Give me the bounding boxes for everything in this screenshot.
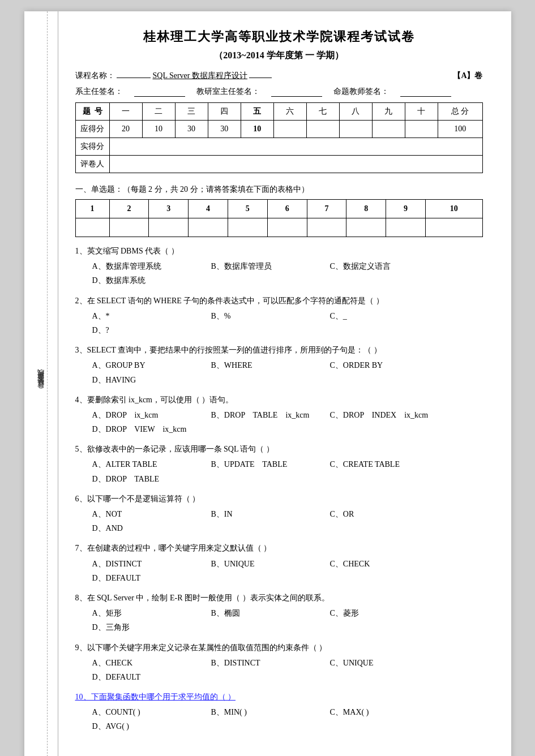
course-label: 课程名称： SQL Server 数据库程序设计 (75, 71, 272, 81)
q5-option-a: A、ALTER TABLE (92, 457, 194, 471)
should-score-10 (405, 121, 438, 138)
question-8-options: A、矩形 B、椭圆 C、菱形 D、三角形 (75, 606, 483, 634)
q8-option-c: C、菱形 (330, 606, 432, 620)
dept-head-label: 系主任签名： (75, 87, 123, 97)
question-7-text: 7、在创建表的过程中，哪个关键字用来定义默认值（ ） (75, 541, 483, 555)
question-9-text: 9、以下哪个关键字用来定义记录在某属性的值取值范围的约束条件（ ） (75, 641, 483, 655)
q10-option-d: D、AVG( ) (92, 719, 194, 733)
binding-text: 装订线（答案不能超出此线） (36, 379, 46, 394)
question-10-options: A、COUNT( ) B、MIN( ) C、MAX( ) D、AVG( ) (75, 705, 483, 733)
answer-header-5: 5 (228, 200, 267, 218)
q3-option-a: A、GROUP BY (92, 358, 194, 372)
score-header-8: 八 (339, 103, 372, 121)
q2-option-a: A、* (92, 309, 194, 323)
answer-header-9: 9 (386, 200, 426, 218)
q1-option-d: D、数据库系统 (92, 273, 194, 287)
score-header-label: 题 号 (75, 103, 109, 121)
actual-score-label: 实得分 (75, 138, 109, 156)
main-content: 桂林理工大学高等职业技术学院课程考试试卷 （2013~2014 学年度第 一 学… (75, 28, 483, 734)
q10-option-c: C、MAX( ) (330, 705, 432, 719)
q1-option-c: C、数据定义语言 (330, 259, 432, 273)
main-title: 桂林理工大学高等职业技术学院课程考试试卷 (75, 28, 483, 45)
answer-cell-1 (75, 218, 109, 237)
question-4-text: 4、要删除索引 ix_kcm，可以使用（ ）语句。 (75, 393, 483, 407)
q2-option-d: D、? (92, 323, 194, 337)
question-3: 3、SELECT 查询中，要把结果中的行按照某一列的值进行排序，所用到的子句是：… (75, 343, 483, 387)
should-score-label: 应得分 (75, 121, 109, 138)
should-score-3: 30 (175, 121, 208, 138)
question-1-options: A、数据库管理系统 B、数据库管理员 C、数据定义语言 D、数据库系统 (75, 259, 483, 287)
question-8: 8、在 SQL Server 中，绘制 E-R 图时一般使用（ ）表示实体之间的… (75, 591, 483, 635)
question-5: 5、欲修改表中的一条记录，应该用哪一条 SQL 语句（ ） A、ALTER TA… (75, 442, 483, 486)
question-6: 6、以下哪一个不是逻辑运算符（ ） A、NOT B、IN C、OR D、AND (75, 492, 483, 536)
answer-header-7: 7 (307, 200, 346, 218)
grader-row: 评卷人 (75, 156, 482, 173)
score-header-5: 五 (241, 103, 273, 121)
q3-option-c: C、ORDER BY (330, 358, 432, 372)
question-1-text: 1、英文缩写 DBMS 代表（ ） (75, 244, 483, 258)
sub-title: （2013~2014 学年度第 一 学期） (75, 50, 483, 62)
answer-cell-7 (307, 218, 346, 237)
question-10: 10、下面聚集函数中哪个用于求平均值的（ ） A、COUNT( ) B、MIN(… (75, 690, 483, 734)
answer-cell-8 (346, 218, 386, 237)
q9-option-d: D、DEFAULT (92, 670, 194, 684)
score-table: 题 号 一 二 三 四 五 六 七 八 九 十 总 分 应得分 20 10 (75, 102, 483, 173)
should-score-row: 应得分 20 10 30 30 10 100 (75, 121, 482, 138)
q6-option-b: B、IN (211, 507, 313, 521)
question-2-options: A、* B、% C、_ D、? (75, 309, 483, 337)
answer-cell-2 (109, 218, 149, 237)
question-8-text: 8、在 SQL Server 中，绘制 E-R 图时一般使用（ ）表示实体之间的… (75, 591, 483, 605)
score-header-3: 三 (175, 103, 208, 121)
answer-cell-9 (386, 218, 426, 237)
q3-option-d: D、HAVING (92, 373, 194, 387)
q8-option-a: A、矩形 (92, 606, 194, 620)
q4-option-b: B、DROP TABLE ix_kcm (211, 408, 313, 422)
should-score-8 (339, 121, 372, 138)
questions-container: 1、英文缩写 DBMS 代表（ ） A、数据库管理系统 B、数据库管理员 C、数… (75, 244, 483, 734)
q2-option-b: B、% (211, 309, 313, 323)
score-header-10: 十 (405, 103, 438, 121)
answer-header-1: 1 (75, 200, 109, 218)
question-2: 2、在 SELECT 语句的 WHERE 子句的条件表达式中，可以匹配多个字符的… (75, 294, 483, 338)
answer-header-4: 4 (189, 200, 228, 218)
answer-cell-6 (267, 218, 307, 237)
should-score-1: 20 (109, 121, 142, 138)
q8-option-b: B、椭圆 (211, 606, 313, 620)
q7-option-d: D、DEFAULT (92, 571, 194, 585)
q10-option-a: A、COUNT( ) (92, 705, 194, 719)
question-2-text: 2、在 SELECT 语句的 WHERE 子句的条件表达式中，可以匹配多个字符的… (75, 294, 483, 308)
question-6-text: 6、以下哪一个不是逻辑运算符（ ） (75, 492, 483, 506)
question-4-options: A、DROP ix_kcm B、DROP TABLE ix_kcm C、DROP… (75, 408, 483, 436)
q1-option-a: A、数据库管理系统 (92, 259, 194, 273)
answer-header-2: 2 (109, 200, 149, 218)
answer-input-row (75, 218, 482, 237)
q5-option-d: D、DROP TABLE (92, 472, 194, 486)
q4-option-c: C、DROP INDEX ix_kcm (330, 408, 432, 422)
q6-option-c: C、OR (330, 507, 432, 521)
should-score-4: 30 (208, 121, 241, 138)
q8-option-d: D、三角形 (92, 620, 194, 634)
q7-option-b: B、UNIQUE (211, 557, 313, 571)
score-header-total: 总 分 (438, 103, 482, 121)
binding-dashed-line (47, 11, 48, 756)
q5-option-c: C、CREATE TABLE (330, 457, 432, 471)
question-5-text: 5、欲修改表中的一条记录，应该用哪一条 SQL 语句（ ） (75, 442, 483, 456)
answer-cell-4 (189, 218, 228, 237)
q9-option-a: A、CHECK (92, 656, 194, 670)
question-9: 9、以下哪个关键字用来定义记录在某属性的值取值范围的约束条件（ ） A、CHEC… (75, 641, 483, 685)
q6-option-a: A、NOT (92, 507, 194, 521)
score-header-7: 七 (306, 103, 339, 121)
course-line: 课程名称： SQL Server 数据库程序设计 【A】卷 (75, 71, 483, 81)
question-4: 4、要删除索引 ix_kcm，可以使用（ ）语句。 A、DROP ix_kcm … (75, 393, 483, 437)
q4-option-a: A、DROP ix_kcm (92, 408, 194, 422)
question-3-text: 3、SELECT 查询中，要把结果中的行按照某一列的值进行排序，所用到的子句是：… (75, 343, 483, 357)
score-header-9: 九 (372, 103, 405, 121)
answer-header-3: 3 (149, 200, 189, 218)
should-score-6 (273, 121, 306, 138)
score-header-row: 题 号 一 二 三 四 五 六 七 八 九 十 总 分 (75, 103, 482, 121)
should-score-5: 10 (241, 121, 273, 138)
section1-heading: 一、单选题：（每题 2 分，共 20 分；请将答案填在下面的表格中） (75, 184, 483, 195)
score-header-2: 二 (142, 103, 175, 121)
binding-strip: 装订线（答案不能超出此线） (24, 11, 58, 756)
answer-cell-10 (426, 218, 483, 237)
